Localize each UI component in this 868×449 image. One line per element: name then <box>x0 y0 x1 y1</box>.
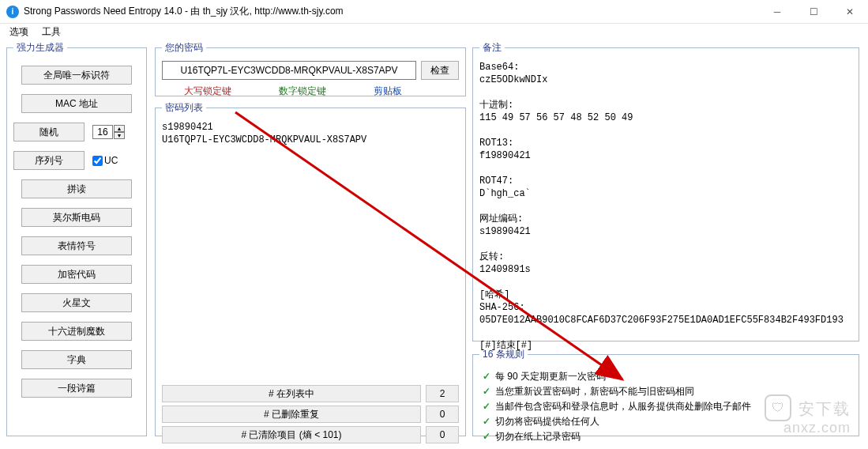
workspace: 强力生成器 全局唯一标识符MAC 地址随机▲▼序列号UC拼读莫尔斯电码表情符号加… <box>6 41 862 42</box>
maximize-button[interactable]: ☐ <box>795 0 832 23</box>
your-password-panel: 您的密码 检查 大写锁定键 数字锁定键 剪贴板 <box>155 41 466 42</box>
notes-panel: 备注 Base64: czE5ODkwNDIx 十进制: 115 49 57 5… <box>472 41 859 42</box>
app-icon: i <box>6 6 19 18</box>
your-password-legend: 您的密码 <box>162 41 206 42</box>
menu-tools[interactable]: 工具 <box>42 26 61 37</box>
title-bar: i Strong Passwords Need Entropy 14.0 - 由… <box>0 0 868 24</box>
generator-panel: 强力生成器 全局唯一标识符MAC 地址随机▲▼序列号UC拼读莫尔斯电码表情符号加… <box>6 41 147 42</box>
close-button[interactable]: ✕ <box>832 0 868 23</box>
window-controls: ─ ☐ ✕ <box>759 0 868 23</box>
menu-options[interactable]: 选项 <box>9 26 28 37</box>
generator-legend: 强力生成器 <box>13 41 67 42</box>
window-title: Strong Passwords Need Entropy 14.0 - 由 t… <box>24 5 344 18</box>
notes-legend: 备注 <box>479 41 505 42</box>
menu-bar: 选项 工具 <box>0 24 868 42</box>
minimize-button[interactable]: ─ <box>759 0 795 23</box>
